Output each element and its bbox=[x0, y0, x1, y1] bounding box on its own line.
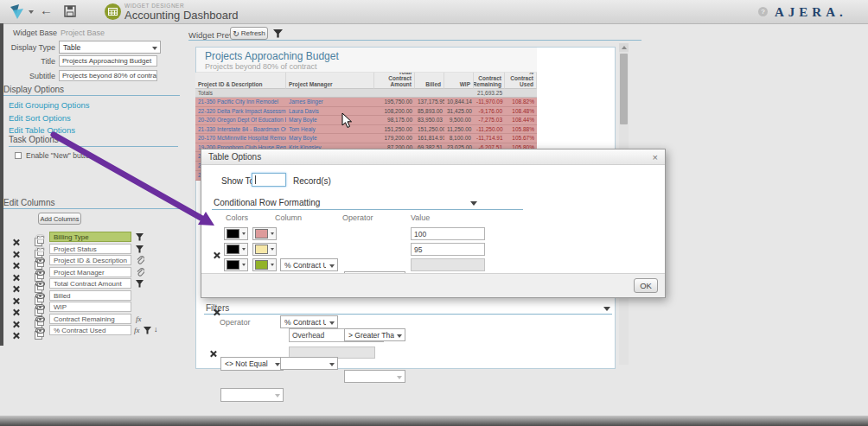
col-header[interactable]: Contract Remaining bbox=[474, 73, 505, 89]
col-header[interactable]: Billed bbox=[415, 73, 444, 89]
filter-row-delete-icon[interactable] bbox=[210, 351, 216, 357]
rule2-row-color-button[interactable] bbox=[252, 243, 277, 256]
column-name-project-id[interactable]: Project ID & Description bbox=[49, 255, 131, 265]
column-name-billing-type[interactable]: Billing Type bbox=[49, 232, 131, 242]
show-top-input[interactable] bbox=[252, 173, 286, 187]
rule1-column-select[interactable]: % Contract Used bbox=[280, 258, 338, 271]
save-icon[interactable] bbox=[64, 5, 77, 18]
rule1-row-color-button[interactable] bbox=[252, 227, 277, 240]
format-icon[interactable]: fx bbox=[136, 315, 142, 323]
column-name-project-status[interactable]: Project Status bbox=[49, 244, 131, 254]
project-id-link[interactable]: 20-170 McMinnville Hospital Remodel bbox=[195, 134, 286, 143]
sort-down-icon[interactable]: ↓ bbox=[154, 326, 158, 333]
filter-icon[interactable] bbox=[136, 233, 144, 241]
rule2-value-input[interactable]: 95 bbox=[411, 243, 485, 256]
eye-icon[interactable] bbox=[35, 293, 45, 299]
column-name-wip[interactable]: WIP bbox=[49, 302, 131, 312]
rule1-text-color-button[interactable] bbox=[224, 227, 248, 240]
ok-button[interactable]: OK bbox=[634, 278, 658, 293]
text-cursor bbox=[255, 175, 256, 184]
format-icon[interactable]: fx bbox=[134, 326, 140, 334]
project-id-link[interactable]: 20-200 Oregon Dept Of Education Building bbox=[195, 116, 286, 125]
project-manager-link[interactable]: Mary Boyle bbox=[286, 134, 374, 143]
conditional-formatting-collapse-icon[interactable] bbox=[470, 201, 477, 206]
table-row[interactable]: 21-330 Interstate 84 - Boardman Overpass… bbox=[195, 125, 537, 135]
chevron-down-icon bbox=[397, 334, 402, 338]
rule3-column-select[interactable] bbox=[280, 357, 338, 370]
column-name-pct-contract-used[interactable]: % Contract Used bbox=[49, 325, 131, 335]
title-field[interactable]: Projects Approaching Budget bbox=[59, 55, 157, 67]
help-icon[interactable]: ? bbox=[758, 7, 768, 16]
delete-icon[interactable] bbox=[13, 333, 19, 339]
col-header[interactable]: WIP bbox=[444, 73, 474, 89]
title-field-value: Projects Approaching Budget bbox=[62, 57, 151, 65]
rule3-row-color-button[interactable] bbox=[252, 258, 277, 271]
filter-icon[interactable] bbox=[144, 327, 151, 334]
chevron-down-icon bbox=[397, 376, 402, 379]
table-row[interactable]: 20-200 Oregon Dept Of Education Building… bbox=[195, 116, 537, 125]
paperclip-icon[interactable] bbox=[136, 256, 144, 264]
rule3-operator-select[interactable] bbox=[344, 370, 405, 383]
modal-title-bar[interactable]: Table Options × bbox=[201, 149, 665, 165]
eye-icon[interactable] bbox=[35, 316, 45, 322]
eye-icon[interactable] bbox=[35, 258, 45, 264]
add-columns-button[interactable]: Add Columns bbox=[38, 213, 81, 225]
column-name-total-contract[interactable]: Total Contract Amount bbox=[49, 278, 131, 289]
filter-icon[interactable] bbox=[136, 245, 144, 253]
column-name-project-manager[interactable]: Project Manager bbox=[49, 267, 131, 277]
col-header[interactable]: % Contract Used bbox=[505, 73, 537, 89]
col-header[interactable]: Project ID & Description bbox=[195, 73, 286, 89]
app-logo-icon[interactable] bbox=[8, 3, 27, 20]
project-id-link[interactable]: 21-350 Pacific City Inn Remodel bbox=[195, 98, 286, 107]
rule2-text-color-button[interactable] bbox=[224, 243, 248, 256]
rule1-value-input[interactable]: 100 bbox=[411, 227, 485, 240]
close-icon[interactable]: × bbox=[653, 152, 658, 162]
enable-new-checkbox[interactable] bbox=[15, 152, 22, 159]
scrollbar-up-button[interactable] bbox=[619, 43, 629, 52]
rule-delete-icon[interactable] bbox=[214, 309, 220, 315]
scrollbar-thumb[interactable] bbox=[620, 54, 628, 124]
project-id-link[interactable]: 21-330 Interstate 84 - Boardman Overpass bbox=[195, 125, 286, 135]
project-id-link[interactable]: 22-320 Delta Park Impact Assessment bbox=[195, 107, 286, 117]
filter-operator-select[interactable]: <> Not Equal bbox=[220, 357, 284, 371]
eye-icon[interactable] bbox=[35, 270, 45, 276]
project-manager-link[interactable]: Laura Davis bbox=[286, 107, 374, 117]
filters-collapse-icon[interactable] bbox=[603, 307, 610, 311]
refresh-button[interactable]: ↻ Refresh bbox=[230, 27, 268, 40]
filter-operator-select-empty[interactable] bbox=[220, 388, 284, 402]
preview-filter-icon[interactable] bbox=[273, 29, 283, 38]
col-header[interactable]: Total Contract Amount bbox=[374, 73, 415, 89]
rule2-operator-select[interactable]: > Greater Than bbox=[344, 328, 405, 341]
text-color-swatch bbox=[227, 229, 239, 238]
eye-icon[interactable] bbox=[35, 327, 45, 334]
back-icon[interactable]: ← bbox=[40, 3, 53, 17]
column-name-contract-remaining[interactable]: Contract Remaining bbox=[49, 314, 131, 324]
eye-icon[interactable] bbox=[35, 234, 45, 240]
edit-sort-options-link[interactable]: Edit Sort Options bbox=[9, 113, 71, 123]
table-row[interactable]: 20-170 McMinnville Hospital Remodel Mary… bbox=[195, 134, 537, 143]
designer-section-label: WIDGET DESIGNER bbox=[124, 3, 184, 9]
eye-icon[interactable] bbox=[35, 246, 45, 252]
table-row[interactable]: 22-320 Delta Park Impact Assessment Laur… bbox=[195, 107, 537, 117]
app-menu-caret-icon[interactable] bbox=[29, 10, 34, 14]
column-name-billed[interactable]: Billed bbox=[49, 290, 131, 301]
rule3-text-color-button[interactable] bbox=[224, 258, 248, 271]
filter-icon[interactable] bbox=[136, 280, 144, 288]
subtitle-field[interactable]: Projects beyond 80% of contract bbox=[59, 70, 157, 81]
rule-delete-icon[interactable] bbox=[214, 252, 220, 258]
project-manager-link[interactable]: Mary Boyle bbox=[286, 116, 374, 125]
eye-icon[interactable] bbox=[35, 304, 45, 310]
eye-icon[interactable] bbox=[35, 281, 45, 287]
widget-designer-screen: ← WIDGET DESIGNER Accounting Dashboard ?… bbox=[0, 0, 868, 426]
col-header[interactable]: Project Manager bbox=[286, 73, 374, 89]
display-type-select[interactable]: Table bbox=[59, 41, 161, 54]
project-manager-link[interactable]: James Binger bbox=[286, 98, 374, 107]
project-manager-link[interactable]: Tom Healy bbox=[286, 125, 374, 135]
bottom-edge-strip bbox=[0, 416, 868, 426]
rule2-column-select[interactable]: % Contract Used bbox=[280, 315, 338, 328]
table-row[interactable]: 21-350 Pacific City Inn Remodel James Bi… bbox=[195, 98, 537, 107]
paperclip-icon[interactable] bbox=[136, 268, 144, 277]
edit-table-options-link[interactable]: Edit Table Options bbox=[9, 125, 75, 135]
enable-new-label: Enable "New" button bbox=[26, 151, 93, 160]
edit-grouping-options-link[interactable]: Edit Grouping Options bbox=[9, 100, 89, 110]
